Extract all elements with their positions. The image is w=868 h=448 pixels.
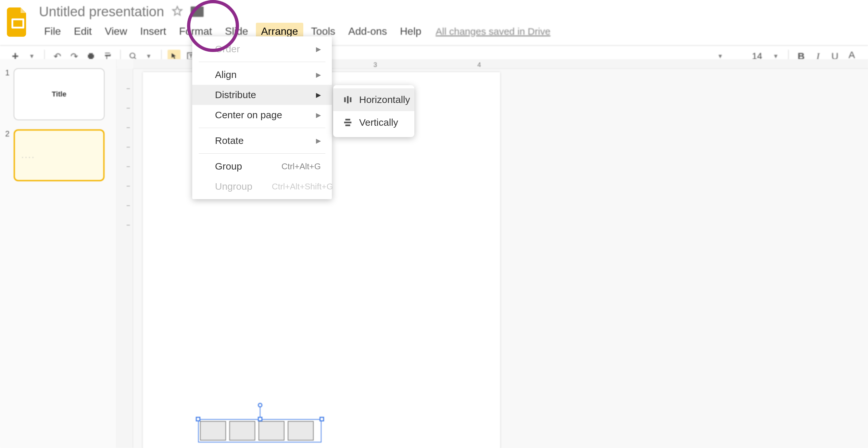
menu-item-shortcut: Ctrl+Alt+Shift+G [272,182,333,192]
menu-separator [199,128,326,128]
menu-item-order[interactable]: Order ▶ [192,39,332,59]
slide-thumbnails-panel: 1 Title 2 .... [0,59,117,448]
submenu-item-label: Vertically [359,117,398,128]
svg-rect-8 [350,97,351,102]
svg-rect-11 [345,124,350,126]
svg-rect-7 [347,96,349,103]
thumbnail-slide-1[interactable]: Title [13,68,104,120]
menu-file[interactable]: File [39,23,66,40]
shape-rect[interactable] [258,421,284,441]
submenu-item-horizontally[interactable]: Horizontally [333,88,414,111]
submenu-item-label: Horizontally [359,94,410,105]
arrange-menu-dropdown: Order ▶ Align ▶ Distribute ▶ Center on p… [192,36,332,199]
distribute-submenu: Horizontally Vertically [333,85,414,137]
menu-separator [199,62,326,62]
menu-item-center-on-page[interactable]: Center on page ▶ [192,105,332,125]
menu-insert[interactable]: Insert [135,23,171,40]
menu-item-label: Distribute [215,89,256,100]
menu-item-label: Center on page [215,110,282,121]
menu-help[interactable]: Help [395,23,427,40]
shape-rect[interactable] [200,421,226,441]
thumbnail-label: Title [52,90,67,98]
thumbnail-number: 1 [5,68,13,77]
submenu-arrow-icon: ▶ [316,137,321,145]
menu-item-shortcut: Ctrl+Alt+G [282,161,321,172]
shape-rect[interactable] [229,421,255,441]
titlebar: Untitled presentation File Edit View Ins… [0,0,868,40]
submenu-arrow-icon: ▶ [316,45,321,53]
workspace: 1 Title 2 .... 3 4 [0,59,868,448]
submenu-arrow-icon: ▶ [316,111,321,119]
menu-item-label: Order [215,43,240,55]
distribute-horizontal-icon [343,95,353,104]
slides-app-icon [6,7,29,37]
menu-item-label: Rotate [215,135,244,146]
submenu-arrow-icon: ▶ [316,91,321,99]
ruler-mark: 3 [373,61,377,68]
menu-item-align[interactable]: Align ▶ [192,65,332,85]
menu-edit[interactable]: Edit [69,23,97,40]
menu-addons[interactable]: Add-ons [343,23,392,40]
menu-view[interactable]: View [100,23,132,40]
distribute-vertical-icon [343,118,353,127]
thumbnail-row[interactable]: 1 Title [0,64,116,125]
save-status[interactable]: All changes saved in Drive [436,26,551,37]
thumbnail-slide-2[interactable]: .... [13,129,104,181]
svg-rect-9 [345,119,350,121]
star-icon[interactable] [172,5,183,18]
menu-item-ungroup[interactable]: Ungroup Ctrl+Alt+Shift+G [192,176,332,197]
ruler-mark: 4 [477,61,481,68]
shape-rect[interactable] [288,421,314,441]
thumbnail-label: .... [22,151,35,160]
menu-item-label: Ungroup [215,181,252,192]
submenu-arrow-icon: ▶ [316,71,321,79]
doc-title-row: Untitled presentation [39,4,550,20]
thumbnail-row[interactable]: 2 .... [0,125,116,186]
thumbnail-number: 2 [5,129,13,139]
submenu-item-vertically[interactable]: Vertically [333,111,414,134]
selected-shapes-group[interactable] [198,419,321,443]
menu-separator [199,153,326,154]
move-to-folder-icon[interactable] [191,6,204,17]
menu-item-distribute[interactable]: Distribute ▶ [192,85,332,105]
doc-title[interactable]: Untitled presentation [39,4,164,20]
menu-item-rotate[interactable]: Rotate ▶ [192,130,332,151]
vertical-ruler [117,69,133,448]
menu-item-label: Group [215,161,242,172]
svg-rect-6 [344,97,346,102]
menu-item-group[interactable]: Group Ctrl+Alt+G [192,156,332,176]
svg-rect-1 [13,20,22,27]
menu-item-label: Align [215,69,237,80]
svg-rect-10 [344,122,352,123]
svg-point-2 [130,53,135,58]
